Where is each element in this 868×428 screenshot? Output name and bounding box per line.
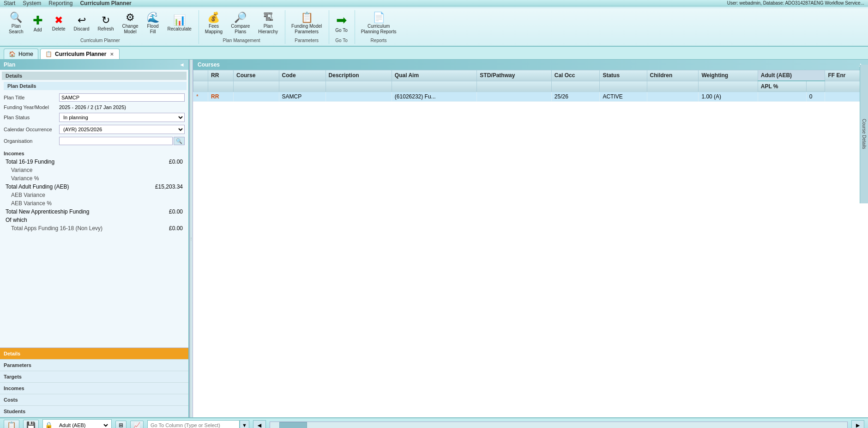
change-model-button[interactable]: ⚙ ChangeModel bbox=[119, 10, 142, 37]
goto-column-button[interactable]: ▼ bbox=[240, 420, 249, 428]
plan-status-select[interactable]: In planning Approved Archived bbox=[59, 113, 185, 122]
curriculum-planning-reports-icon: 📄 bbox=[373, 12, 385, 23]
fees-mapping-label: FeesMapping bbox=[205, 24, 223, 35]
delete-icon: ✖ bbox=[54, 15, 63, 25]
tab-curriculum-planner[interactable]: 📋 Curriculum Planner ✕ bbox=[40, 49, 120, 59]
recalculate-button[interactable]: 📊 Recalculate bbox=[164, 13, 195, 34]
bottom-sections: Details Parameters Targets Incomes Costs… bbox=[0, 348, 188, 417]
fees-mapping-button[interactable]: 💰 FeesMapping bbox=[202, 10, 226, 37]
funding-model-parameters-button[interactable]: 📋 Funding ModelParameters bbox=[288, 10, 325, 37]
grid-view-button[interactable]: ⊞ bbox=[115, 421, 127, 428]
col-header-cal-occ[interactable]: Cal Occ bbox=[551, 70, 600, 81]
cell-apl-pct bbox=[758, 92, 806, 102]
cell-description bbox=[326, 92, 392, 102]
left-panel-collapse-icon[interactable]: ◄ bbox=[179, 61, 185, 68]
income-amount-total-apps: £0.00 bbox=[169, 225, 183, 232]
income-label-total-adult: Total Adult Funding (AEB) bbox=[6, 183, 69, 190]
tab-home[interactable]: 🏠 Home bbox=[4, 49, 38, 59]
home-tab-label: Home bbox=[18, 51, 33, 57]
section-tab-targets[interactable]: Targets bbox=[0, 371, 188, 383]
income-row-of-which: Of which bbox=[2, 216, 187, 224]
organisation-input[interactable] bbox=[59, 137, 173, 145]
goto-column-input[interactable] bbox=[147, 420, 240, 428]
funding-year-value: 2025 - 2026 / 2 (17 Jan 2025) bbox=[59, 104, 126, 110]
plan-status-label: Plan Status bbox=[4, 115, 59, 120]
courses-title: Courses bbox=[198, 61, 220, 68]
section-tab-students[interactable]: Students bbox=[0, 406, 188, 417]
curriculum-planner-tab-close[interactable]: ✕ bbox=[109, 52, 115, 57]
calendar-occurrence-select[interactable]: (AYR) 2025/2026 bbox=[59, 125, 185, 134]
scrollbar-thumb[interactable] bbox=[279, 422, 307, 428]
sub-col-children bbox=[647, 81, 699, 92]
horizontal-scrollbar[interactable] bbox=[270, 422, 848, 428]
sub-col-ff-enr bbox=[806, 81, 825, 92]
col-header-course[interactable]: Course bbox=[234, 70, 279, 81]
section-tab-details[interactable]: Details bbox=[0, 348, 188, 360]
sub-col-std-pathway bbox=[477, 81, 551, 92]
income-row-total-apprenticeship: Total New Apprenticeship Funding £0.00 bbox=[2, 208, 187, 216]
recalculate-label: Recalculate bbox=[168, 26, 192, 32]
delete-button[interactable]: ✖ Delete bbox=[49, 13, 69, 34]
courses-table-header-row: RR Course Code Description Qual Aim STD/… bbox=[193, 70, 868, 81]
organisation-search-button[interactable]: 🔍 bbox=[174, 137, 185, 145]
ribbon-group-plan-management-label: Plan Management bbox=[202, 37, 281, 44]
col-header-rr[interactable]: RR bbox=[208, 70, 234, 81]
plan-title-row: Plan Title bbox=[2, 92, 187, 103]
section-tab-parameters[interactable]: Parameters bbox=[0, 360, 188, 371]
ribbon-group-plan-management: 💰 FeesMapping 🔎 ComparePlans 🏗 PlanHiera… bbox=[200, 10, 285, 44]
lock-icon: 🔒 bbox=[45, 422, 53, 428]
cell-status: ACTIVE bbox=[600, 92, 647, 102]
col-header-star bbox=[193, 70, 208, 81]
scroll-left-button[interactable]: ◄ bbox=[253, 420, 266, 428]
plan-hierarchy-icon: 🏗 bbox=[263, 12, 273, 23]
resize-handle[interactable]: ⋮ bbox=[189, 60, 193, 417]
course-details-side-tab[interactable]: Course Details bbox=[860, 65, 868, 203]
discard-button[interactable]: ↩ Discard bbox=[71, 13, 93, 34]
compare-plans-button[interactable]: 🔎 ComparePlans bbox=[228, 10, 253, 37]
flood-fill-button[interactable]: 🌊 FloodFill bbox=[144, 10, 163, 37]
section-tab-incomes[interactable]: Incomes bbox=[0, 383, 188, 394]
main-layout: Plan ◄ Details Plan Details Plan Title F… bbox=[0, 60, 868, 417]
courses-table: RR Course Code Description Qual Aim STD/… bbox=[193, 70, 868, 102]
refresh-button[interactable]: ↻ Refresh bbox=[95, 13, 117, 34]
section-tab-costs[interactable]: Costs bbox=[0, 394, 188, 406]
col-header-adult-aeb[interactable]: Adult (AEB) bbox=[758, 70, 825, 81]
income-label-total-apprenticeship: Total New Apprenticeship Funding bbox=[6, 208, 89, 215]
status-btn-1[interactable]: 📋 bbox=[4, 420, 19, 428]
top-bar-nav: Start System Reporting Curriculum Planne… bbox=[4, 0, 132, 6]
col-header-description[interactable]: Description bbox=[326, 70, 392, 81]
change-model-label: ChangeModel bbox=[122, 24, 139, 35]
status-btn-2[interactable]: 💾 bbox=[23, 420, 39, 428]
curriculum-planning-reports-button[interactable]: 📄 CurriculumPlanning Reports bbox=[358, 10, 400, 37]
plan-hierarchy-button[interactable]: 🏗 PlanHierarchy bbox=[255, 10, 281, 37]
go-to-icon: ➡ bbox=[336, 14, 347, 27]
nav-reporting[interactable]: Reporting bbox=[48, 0, 72, 6]
scroll-right-button[interactable]: ► bbox=[851, 420, 864, 428]
col-header-std-pathway[interactable]: STD/Pathway bbox=[477, 70, 551, 81]
sub-col-description bbox=[326, 81, 392, 92]
details-section-header: Details bbox=[2, 72, 187, 80]
col-header-weighting[interactable]: Weighting bbox=[699, 70, 758, 81]
col-header-code[interactable]: Code bbox=[279, 70, 326, 81]
nav-start[interactable]: Start bbox=[4, 0, 15, 6]
col-header-children[interactable]: Children bbox=[647, 70, 699, 81]
cell-course bbox=[234, 92, 279, 102]
adult-aeb-dropdown[interactable]: Adult (AEB) 16-19 Apprenticeship bbox=[54, 420, 109, 428]
ribbon-group-reports-buttons: 📄 CurriculumPlanning Reports bbox=[358, 10, 400, 37]
chart-view-button[interactable]: 📈 bbox=[130, 421, 144, 428]
curriculum-planner-tab-label: Curriculum Planner bbox=[55, 51, 106, 57]
col-header-qual-aim[interactable]: Qual Aim bbox=[392, 70, 476, 81]
col-header-status[interactable]: Status bbox=[600, 70, 647, 81]
flood-fill-icon: 🌊 bbox=[147, 12, 159, 23]
income-row-aeb-variance-pct: AEB Variance % bbox=[2, 199, 187, 208]
income-label-variance-pct: Variance % bbox=[11, 175, 39, 182]
sub-col-apl-pct: APL % bbox=[758, 81, 806, 92]
plan-title-input[interactable] bbox=[59, 93, 185, 102]
nav-curriculum-planner[interactable]: Curriculum Planner bbox=[80, 0, 131, 6]
add-button[interactable]: ✚ Add bbox=[29, 12, 47, 35]
courses-table-wrapper[interactable]: RR Course Code Description Qual Aim STD/… bbox=[193, 70, 868, 417]
go-to-button[interactable]: ➡ Go To bbox=[332, 12, 351, 36]
table-row[interactable]: * RR SAMCP (61026232) Fu... 25/26 ACTIVE… bbox=[193, 92, 868, 102]
nav-system[interactable]: System bbox=[23, 0, 41, 6]
plan-search-button[interactable]: 🔍 PlanSearch bbox=[6, 10, 27, 37]
